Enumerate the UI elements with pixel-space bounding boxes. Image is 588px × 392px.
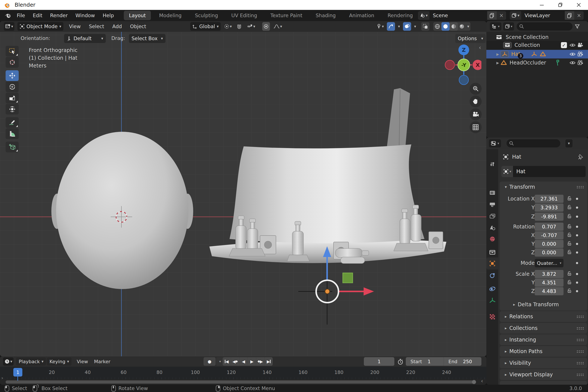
- lock-icon[interactable]: [567, 205, 572, 210]
- tool-transform[interactable]: [6, 104, 19, 114]
- view-layer-name[interactable]: ViewLayer: [521, 11, 565, 20]
- camera-icon[interactable]: [577, 42, 583, 48]
- workspace-tab-layout[interactable]: Layout: [124, 11, 151, 20]
- workspace-tab-shading[interactable]: Shading: [310, 11, 341, 20]
- lock-icon[interactable]: [567, 250, 572, 255]
- panel-visibility[interactable]: ▸Visibility: [500, 358, 587, 368]
- rotation-y-field[interactable]: 0.000: [535, 240, 564, 248]
- gizmo-plane-handle[interactable]: [343, 273, 353, 283]
- eye-icon[interactable]: [570, 52, 576, 56]
- properties-editor-type-button[interactable]: ▾: [489, 139, 501, 148]
- rotation-mode-dropdown[interactable]: Quater...▾: [535, 259, 564, 267]
- timeline-collapse-arrow[interactable]: ‹: [481, 378, 483, 384]
- snap-target-dropdown[interactable]: ▾: [223, 22, 233, 31]
- viewport-menu-object[interactable]: Object: [128, 22, 149, 30]
- menu-edit[interactable]: Edit: [29, 11, 46, 20]
- tab-world[interactable]: [486, 233, 498, 245]
- animate-dot[interactable]: [576, 282, 578, 284]
- location-y-field[interactable]: 3.2933: [535, 204, 564, 212]
- tab-constraints[interactable]: [486, 270, 498, 282]
- breadcrumb-object-name[interactable]: Hat: [512, 154, 521, 160]
- animate-dot[interactable]: [576, 262, 578, 264]
- tool-rotate[interactable]: [6, 82, 19, 92]
- menu-file[interactable]: File: [13, 11, 29, 20]
- scene-datablock-icon[interactable]: ▾: [418, 11, 430, 20]
- outliner-display-mode-button[interactable]: ▾: [490, 22, 502, 30]
- outliner-row-scene-collection[interactable]: Scene Collection: [486, 33, 588, 42]
- scene-name[interactable]: Scene: [430, 11, 487, 20]
- tab-render[interactable]: [486, 187, 498, 199]
- maximize-button[interactable]: [551, 0, 570, 10]
- animate-dot[interactable]: [576, 234, 578, 236]
- head-occluder-mesh[interactable]: [51, 132, 193, 289]
- expand-triangle-icon[interactable]: ▶: [495, 61, 500, 65]
- pivot-point-dropdown[interactable]: ▾: [375, 22, 385, 31]
- workspace-tab-rendering[interactable]: Rendering: [382, 11, 418, 20]
- lock-icon[interactable]: [567, 241, 572, 247]
- proportional-editing-toggle[interactable]: [262, 22, 270, 31]
- viewport-menu-add[interactable]: Add: [110, 22, 125, 30]
- animate-dot[interactable]: [576, 226, 578, 228]
- next-keyframe-button[interactable]: ▶: [256, 357, 264, 366]
- scene-selector[interactable]: ▾ Scene ×: [418, 11, 506, 20]
- scene-new-copy-icon[interactable]: [487, 11, 497, 20]
- outliner-search-input[interactable]: [517, 22, 572, 30]
- workspace-tab-texture-paint[interactable]: Texture Paint: [265, 11, 307, 20]
- timeline-ruler[interactable]: 20 40 60 80 100 120 140 160 180 200 220 …: [0, 367, 486, 379]
- viewport-menu-view[interactable]: View: [66, 22, 84, 30]
- properties-search-input[interactable]: [506, 139, 560, 148]
- tool-select-box[interactable]: [6, 46, 19, 56]
- tab-physics[interactable]: [486, 283, 498, 295]
- animate-dot[interactable]: [576, 290, 578, 292]
- rotation-w-field[interactable]: 0.707: [535, 223, 564, 231]
- view-layer-remove-icon[interactable]: ×: [574, 11, 584, 20]
- zoom-button[interactable]: [470, 83, 482, 95]
- tab-output[interactable]: [486, 199, 498, 211]
- tab-scene[interactable]: [486, 222, 498, 234]
- animate-dot[interactable]: [576, 243, 578, 245]
- lock-icon[interactable]: [567, 271, 572, 277]
- tool-scale[interactable]: [6, 93, 19, 103]
- lock-icon[interactable]: [567, 196, 572, 202]
- viewport-3d[interactable]: Orientation: Default▾ Drag: Select Box▾ …: [0, 32, 486, 356]
- collection-label[interactable]: Collection: [514, 42, 540, 48]
- keying-dropdown[interactable]: Keying▾: [47, 358, 72, 366]
- headoccluder-label[interactable]: HeadOccluder: [510, 60, 546, 66]
- timeline-editor-type-button[interactable]: ▾: [3, 358, 14, 366]
- overlays-dropdown[interactable]: ▾: [413, 22, 417, 31]
- outliner-row-hat[interactable]: ▶ Hat 3: [486, 50, 588, 58]
- jump-to-start-button[interactable]: ◀: [223, 357, 231, 366]
- animate-dot[interactable]: [576, 198, 578, 200]
- lock-icon[interactable]: [567, 280, 572, 286]
- workspace-tab-modeling[interactable]: Modeling: [154, 11, 187, 20]
- scrollbar-end-handle[interactable]: [472, 380, 476, 384]
- mode-dropdown[interactable]: Object Mode▾: [18, 22, 64, 31]
- panel-instancing[interactable]: ▸Instancing: [500, 334, 587, 345]
- camera-view-button[interactable]: [470, 108, 482, 120]
- expand-triangle-icon[interactable]: ▶: [495, 52, 500, 56]
- tab-collection[interactable]: [486, 246, 498, 258]
- shading-rendered-button[interactable]: [458, 22, 466, 31]
- timeline-menu-view[interactable]: View: [74, 358, 90, 365]
- outliner-row-headoccluder[interactable]: ▶ HeadOccluder: [486, 58, 588, 67]
- tool-add-cube[interactable]: [6, 142, 19, 152]
- overlays-toggle[interactable]: [403, 22, 411, 31]
- shading-wireframe-button[interactable]: [433, 22, 442, 31]
- lock-icon[interactable]: [567, 232, 572, 238]
- view-layer-icon[interactable]: ▾: [510, 11, 521, 20]
- tool-move[interactable]: [6, 70, 19, 81]
- tab-object[interactable]: [486, 258, 498, 270]
- panel-grip[interactable]: [576, 350, 584, 353]
- pin-icon[interactable]: [578, 154, 583, 160]
- object-name-type-dropdown[interactable]: ▾: [502, 166, 513, 177]
- shading-material-button[interactable]: [450, 22, 458, 31]
- tool-annotate[interactable]: [6, 117, 19, 128]
- timeline-scrollbar[interactable]: ‹: [0, 379, 486, 385]
- animate-dot[interactable]: [576, 206, 578, 209]
- menu-render[interactable]: Render: [46, 11, 72, 20]
- proportional-falloff-dropdown[interactable]: ▾: [272, 22, 284, 31]
- sidebar-collapse-arrow[interactable]: ‹: [479, 44, 481, 51]
- rotation-z-field[interactable]: 0.000: [535, 248, 564, 256]
- blender-app-icon[interactable]: [4, 13, 12, 18]
- panel-viewport-display[interactable]: ▸Viewport Display: [500, 369, 587, 380]
